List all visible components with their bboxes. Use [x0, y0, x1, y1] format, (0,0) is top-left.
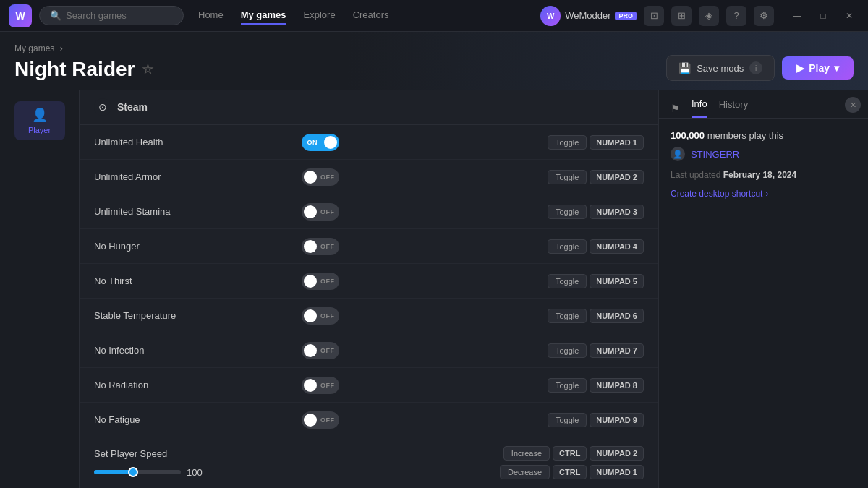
game-header: My games › Night Raider ☆ 💾 Save mods i …	[0, 32, 868, 90]
content-area: 👤 Player ⊙ Steam Unlimited Health	[0, 90, 868, 488]
key-badges: Toggle NUMPAD 7	[548, 343, 644, 358]
game-title-area: My games › Night Raider ☆	[14, 43, 153, 81]
arrow-icon: ›	[765, 189, 768, 199]
nav-creators[interactable]: Creators	[353, 7, 389, 25]
toggle-track: OFF	[302, 377, 339, 394]
window-controls: — □ ✕	[787, 9, 859, 22]
mod-name: No Infection	[94, 345, 302, 356]
table-row: Unlimited Armor OFF Toggle NUMPAD 2	[80, 160, 658, 194]
nav-home[interactable]: Home	[198, 7, 224, 25]
slider-value: 100	[187, 467, 208, 478]
pro-badge: PRO	[615, 12, 637, 20]
copy-icon-btn[interactable]: ⊡	[644, 6, 664, 26]
mod-name: Set Player Speed	[94, 448, 299, 459]
key-badges: Toggle NUMPAD 2	[548, 170, 644, 184]
mod-name: Unlimited Armor	[94, 171, 302, 182]
table-row: No Radiation OFF Toggle NUMPAD 8	[80, 368, 658, 403]
update-line: Last updated February 18, 2024	[671, 170, 856, 180]
members-text: members play this	[707, 130, 783, 141]
speed-slider[interactable]: 100	[94, 467, 208, 478]
tab-history[interactable]: History	[719, 99, 748, 117]
flag-icon: ⚑	[671, 103, 680, 114]
mod-name: No Hunger	[94, 241, 302, 252]
main-wrap: My games › Night Raider ☆ 💾 Save mods i …	[0, 32, 868, 488]
save-icon: 💾	[678, 62, 691, 74]
avatar: W	[540, 6, 561, 26]
speed-increase-keys: Increase CTRL NUMPAD 2	[503, 446, 644, 461]
toggle-track: ON	[302, 134, 339, 151]
toggle-unlimited-health[interactable]: ON	[302, 134, 339, 151]
settings-icon-btn[interactable]: ⚙	[754, 6, 774, 26]
right-panel: ✕ ⚑ Info History 100,000 members play th…	[658, 90, 868, 488]
toggle-track: OFF	[302, 307, 339, 325]
middle-panel: ⊙ Steam Unlimited Health ON Toggle	[80, 90, 658, 488]
minimize-button[interactable]: —	[787, 9, 807, 22]
save-mods-button[interactable]: 💾 Save mods i	[666, 55, 775, 81]
mod-name: Unlimited Stamina	[94, 206, 302, 217]
table-row: Unlimited Health ON Toggle NUMPAD 1	[80, 125, 658, 160]
close-button[interactable]: ✕	[839, 9, 859, 22]
left-sidebar: 👤 Player	[0, 90, 80, 488]
favorite-star-icon[interactable]: ☆	[142, 61, 153, 77]
steam-icon: ⊙	[94, 98, 111, 116]
toggle-stable-temperature[interactable]: OFF	[302, 307, 339, 325]
maximize-button[interactable]: □	[813, 9, 833, 22]
tab-info[interactable]: Info	[692, 98, 707, 118]
nav-links: Home My games Explore Creators	[198, 7, 533, 25]
close-right-panel-button[interactable]: ✕	[845, 97, 861, 113]
user-icon-small: 👤	[671, 147, 685, 161]
discord-icon-btn[interactable]: ◈	[699, 6, 719, 26]
table-row: No Fatigue OFF Toggle NUMPAD 9	[80, 403, 658, 437]
game-title: Night Raider ☆	[14, 58, 153, 81]
username-label: STINGERR	[691, 149, 739, 160]
toggle-no-thirst[interactable]: OFF	[302, 273, 339, 290]
table-row: No Infection OFF Toggle NUMPAD 7	[80, 333, 658, 368]
sidebar-tab-player-label: Player	[28, 126, 51, 134]
toggle-no-infection[interactable]: OFF	[302, 342, 339, 359]
key-badges: Toggle NUMPAD 6	[548, 309, 644, 323]
key-badges: Toggle NUMPAD 8	[548, 378, 644, 393]
grid-icon-btn[interactable]: ⊞	[671, 6, 692, 26]
right-panel-content: 100,000 members play this 👤 STINGERR Las…	[659, 119, 868, 210]
key-badges: Toggle NUMPAD 5	[548, 274, 644, 288]
toggle-no-hunger[interactable]: OFF	[302, 238, 339, 255]
toggle-no-radiation[interactable]: OFF	[302, 377, 339, 394]
right-panel-tabs: ⚑ Info History	[659, 90, 868, 119]
toggle-track: OFF	[302, 168, 339, 186]
update-date: February 18, 2024	[723, 170, 796, 180]
search-bar-container: 🔍	[39, 6, 184, 25]
key-badges: Toggle NUMPAD 9	[548, 413, 644, 427]
nav-my-games[interactable]: My games	[241, 7, 286, 25]
play-button[interactable]: ▶ Play ▾	[782, 56, 854, 80]
breadcrumb: My games ›	[14, 43, 153, 53]
table-row: Stable Temperature OFF Toggle NUMPAD 6	[80, 299, 658, 333]
table-row: No Thirst OFF Toggle NUMPAD 5	[80, 264, 658, 299]
search-icon: 🔍	[50, 10, 61, 21]
members-line: 100,000 members play this	[671, 130, 856, 141]
toggle-track: OFF	[302, 411, 339, 429]
key-badge: NUMPAD 1	[590, 135, 644, 150]
sidebar-tab-player[interactable]: 👤 Player	[14, 101, 65, 140]
create-shortcut-link[interactable]: Create desktop shortcut ›	[671, 189, 856, 199]
mod-name: Unlimited Health	[94, 137, 302, 147]
search-input[interactable]	[66, 10, 174, 21]
toggle-unlimited-armor[interactable]: OFF	[302, 168, 339, 186]
header-actions: 💾 Save mods i ▶ Play ▾	[666, 55, 854, 81]
toggle-track: OFF	[302, 203, 339, 221]
nav-explore[interactable]: Explore	[304, 7, 336, 25]
mod-name: No Radiation	[94, 380, 302, 390]
key-badges: Toggle NUMPAD 3	[548, 205, 644, 219]
speed-decrease-keys: Decrease CTRL NUMPAD 1	[500, 465, 644, 479]
key-badges: Toggle NUMPAD 4	[548, 239, 644, 254]
save-info-badge: i	[749, 61, 762, 74]
play-icon: ▶	[796, 62, 804, 74]
player-icon: 👤	[32, 107, 48, 123]
title-bar-right: W WeModder PRO ⊡ ⊞ ◈ ? ⚙ — □ ✕	[540, 6, 859, 26]
key-badges: Toggle NUMPAD 1	[548, 135, 644, 150]
table-row: Set Player Speed Increase CTRL NUMPAD 2	[80, 437, 658, 488]
toggle-no-fatigue[interactable]: OFF	[302, 411, 339, 429]
help-icon-btn[interactable]: ?	[726, 6, 746, 26]
platform-header: ⊙ Steam	[80, 90, 658, 125]
slider-track[interactable]	[94, 470, 181, 474]
toggle-unlimited-stamina[interactable]: OFF	[302, 203, 339, 221]
